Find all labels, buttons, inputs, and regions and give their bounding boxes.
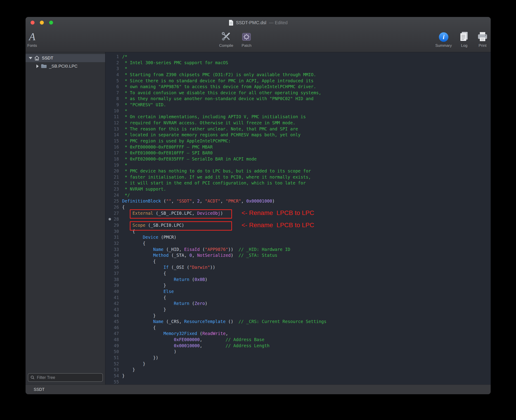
line-number: 8 (105, 96, 119, 102)
code-line[interactable]: 33 Name (_HID, EisaId ("APP9876")) // _H… (105, 246, 491, 253)
code-line[interactable]: 31 Device (PMCR) (105, 234, 491, 240)
code-text: * Starting from Z390 chipsets PMC (D31:F… (122, 72, 316, 78)
line-number: 35 (105, 258, 119, 264)
code-line[interactable]: 27 External (_SB_.PCI0.LPC, DeviceObj) (105, 210, 491, 216)
code-line[interactable]: 41 { (105, 294, 491, 301)
log-icon (459, 29, 470, 43)
code-line[interactable]: 16 * 0xFE000000~0xFE00FFFF — PMC MBAR (105, 144, 491, 150)
code-line[interactable]: 24 */ (105, 192, 491, 198)
code-line[interactable]: 29 Scope (_SB.PCI0.LPC) (105, 222, 491, 228)
zoom-button[interactable] (49, 21, 53, 25)
code-line[interactable]: 44 } (105, 313, 491, 319)
document-icon (229, 20, 234, 26)
code-line[interactable]: 6 * own naming "APP9876" to access this … (105, 84, 491, 90)
summary-button[interactable]: i Summary (435, 29, 452, 48)
filter-tree-input[interactable] (36, 375, 100, 380)
print-button[interactable]: Print (477, 29, 488, 48)
code-line[interactable]: 4 * Starting from Z390 chipsets PMC (D31… (105, 72, 491, 78)
line-number: 41 (105, 294, 119, 301)
code-line[interactable]: 40 Else (105, 288, 491, 294)
code-text: Name (_CRS, ResourceTemplate () // _CRS:… (122, 318, 326, 325)
line-number: 24 (105, 192, 119, 198)
code-line[interactable]: 49 0x00010000, // Address Length (105, 343, 491, 349)
code-line[interactable]: 50 ) (105, 349, 491, 355)
log-label: Log (461, 43, 467, 48)
code-editor[interactable]: 1/*2 * Intel 300-series PMC support for … (105, 52, 491, 384)
code-line[interactable]: 47 Memory32Fixed (ReadWrite, (105, 330, 491, 337)
disclosure-open-icon[interactable] (29, 57, 32, 59)
disclosure-closed-icon[interactable] (36, 64, 39, 68)
close-button[interactable] (30, 21, 35, 25)
code-line[interactable]: 3 * (105, 66, 491, 72)
line-number: 20 (105, 168, 119, 174)
code-text: DefinitionBlock ("", "SSDT", 2, "ACDT", … (122, 198, 275, 204)
line-number: 40 (105, 288, 119, 294)
line-number: 15 (105, 138, 119, 144)
code-line[interactable]: 1/* (105, 53, 491, 60)
minimize-button[interactable] (40, 21, 44, 25)
code-line[interactable]: 42 Return (Zero) (105, 300, 491, 307)
code-line[interactable]: 11 * On certain implementations, includi… (105, 114, 491, 120)
code-text: * required for NVRAM access. Otherwise i… (122, 120, 295, 126)
code-line[interactable]: 39 } (105, 282, 491, 288)
code-line[interactable]: 21 * faster initialisation. If we add it… (105, 174, 491, 180)
code-text: 0x00010000, // Address Length (122, 343, 270, 349)
search-icon (30, 375, 35, 380)
line-number: 10 (105, 108, 119, 114)
filter-tree-field[interactable] (28, 373, 103, 382)
code-line[interactable]: 28 (105, 216, 491, 222)
code-line[interactable]: 12 * required for NVRAM access. Otherwis… (105, 120, 491, 126)
code-line[interactable]: 22 * it will start in the end of PCI con… (105, 180, 491, 186)
code-line[interactable]: 52 } (105, 361, 491, 367)
code-line[interactable]: 8 * as they normally use another non-sta… (105, 96, 491, 102)
code-line[interactable]: 43 } (105, 307, 491, 313)
code-line[interactable]: 14 * located in separate memory regions … (105, 132, 491, 138)
code-line[interactable]: 18 * 0xFE020000~0xFE035FFF — SerialIo BA… (105, 156, 491, 162)
code-line[interactable]: 34 Method (_STA, 0, NotSerialized) // _S… (105, 252, 491, 258)
log-button[interactable]: Log (459, 29, 470, 48)
code-line[interactable]: 32 { (105, 240, 491, 246)
code-text: * it will start in the end of PCI config… (122, 180, 306, 186)
code-line[interactable]: 26{ (105, 204, 491, 210)
code-line[interactable]: 15 * PMC region is used by AppleIntelPCH… (105, 138, 491, 144)
compile-icon (220, 29, 232, 43)
code-line[interactable]: 48 0xFE000000, // Address Base (105, 337, 491, 343)
fonts-button[interactable]: A Fonts (27, 29, 37, 48)
code-line[interactable]: 2 * Intel 300-series PMC support for mac… (105, 60, 491, 66)
code-line[interactable]: 53 } (105, 367, 491, 373)
code-line[interactable]: 35 { (105, 258, 491, 264)
tree-item-sb-pci0-lpc[interactable]: _SB.PCI0.LPC (26, 62, 105, 70)
code-line[interactable]: 38 Return (0x0B) (105, 277, 491, 283)
code-line[interactable]: 9 * "PCHRESV" UID. (105, 102, 491, 108)
line-number: 27 (105, 210, 119, 216)
code-line[interactable]: 46 { (105, 325, 491, 331)
code-line[interactable]: 51 }) (105, 355, 491, 361)
compile-button[interactable]: Compile (219, 29, 233, 48)
code-line[interactable]: 5 * Since there is no standard device fo… (105, 78, 491, 84)
code-line[interactable]: 30 { (105, 228, 491, 234)
code-text: * located in separate memory regions and… (122, 132, 301, 138)
line-number: 49 (105, 343, 119, 349)
titlebar[interactable]: SSDT-PMC.dsl — Edited (26, 17, 491, 28)
code-line[interactable]: 13 * The reason for this is rather uncle… (105, 126, 491, 132)
line-number: 54 (105, 373, 119, 379)
line-number: 36 (105, 264, 119, 270)
code-line[interactable]: 10 * (105, 108, 491, 114)
code-line[interactable]: 54} (105, 373, 491, 379)
code-line[interactable]: 20 * PMC device has nothing to do to LPC… (105, 168, 491, 174)
code-line[interactable]: 55 (105, 379, 491, 384)
code-line[interactable]: 23 * NVRAM support. (105, 186, 491, 192)
code-line[interactable]: 25DefinitionBlock ("", "SSDT", 2, "ACDT"… (105, 198, 491, 204)
tree-item-label: _SB.PCI0.LPC (49, 64, 77, 69)
code-line[interactable]: 45 Name (_CRS, ResourceTemplate () // _C… (105, 318, 491, 325)
code-line[interactable]: 36 If (_OSI ("Darwin")) (105, 264, 491, 270)
code-line[interactable]: 37 { (105, 270, 491, 277)
code-line[interactable]: 7 * To avoid confusion we disable this d… (105, 90, 491, 96)
line-number: 6 (105, 84, 119, 90)
line-number: 12 (105, 120, 119, 126)
code-line[interactable]: 19 * (105, 162, 491, 168)
code-line[interactable]: 17 * 0xFE010000~0xFE010FFF — SPI BAR0 (105, 150, 491, 156)
line-number: 39 (105, 282, 119, 288)
tree-item-ssdt[interactable]: SSDT (26, 54, 105, 62)
patch-button[interactable]: Patch (241, 29, 252, 48)
